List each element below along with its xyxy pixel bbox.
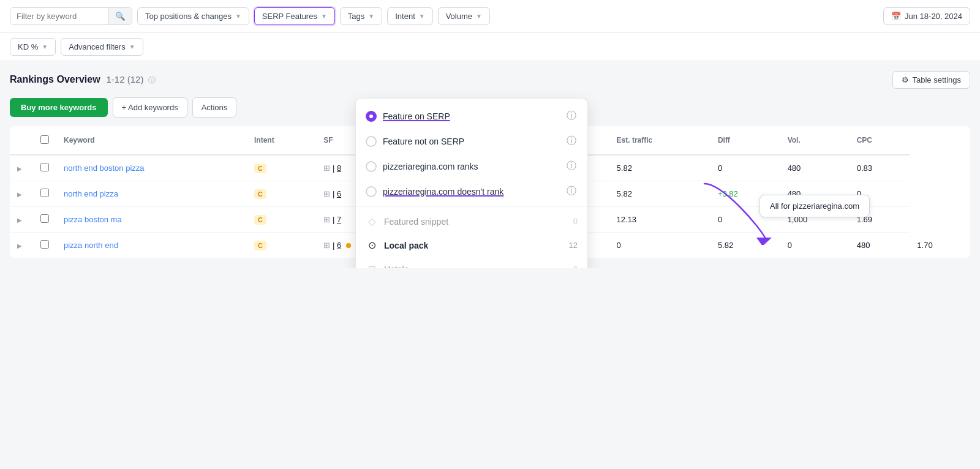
th-checkbox	[33, 126, 56, 155]
table-settings-button[interactable]: ⚙ Table settings	[892, 71, 971, 89]
main-toolbar: 🔍 Top positions & changes ▼ SERP Feature…	[0, 0, 980, 33]
row-checkbox[interactable]	[40, 163, 49, 171]
th-cpc: CPC	[850, 126, 910, 155]
th-expand	[10, 126, 33, 155]
radio-icon	[366, 161, 377, 172]
cpc-cell: 1.70	[910, 233, 970, 258]
row-expand-icon[interactable]: ▶	[17, 191, 22, 198]
select-all-checkbox[interactable]	[40, 135, 49, 144]
intent-badge: C	[254, 241, 266, 250]
chevron-down-icon: ▼	[235, 13, 241, 20]
volume-dropdown[interactable]: Volume ▼	[438, 7, 490, 25]
featured-snippet-icon: ◇	[366, 216, 378, 227]
sf-icon: ⊞	[323, 241, 330, 250]
keyword-link[interactable]: pizza boston ma	[64, 215, 122, 224]
filter-search-button[interactable]: 🔍	[108, 8, 132, 24]
date-picker-button[interactable]: 📅 Jun 18-20, 2024	[883, 7, 970, 25]
chevron-down-icon: ▼	[42, 43, 48, 50]
callout-bubble: All for pizzeriaregina.com	[760, 195, 870, 217]
serp-features-scroll[interactable]: Feature on SERP ⓘ Feature not on SERP ⓘ …	[356, 99, 587, 268]
chevron-down-icon: ▼	[129, 43, 135, 50]
radio-icon	[366, 186, 377, 197]
filter-keyword-input[interactable]	[10, 8, 108, 24]
est-traffic-cell: 5.82	[609, 181, 710, 207]
chevron-down-icon: ▼	[419, 13, 425, 20]
th-intent: Intent	[247, 126, 316, 155]
sf-value: 7	[337, 215, 341, 224]
row-expand-icon[interactable]: ▶	[17, 217, 22, 223]
local-pack-icon: ⊙	[366, 239, 378, 251]
radio-icon	[366, 136, 377, 147]
cpc-cell: 0.83	[850, 155, 910, 181]
rankings-title: Rankings Overview 1-12 (12) ⓘ	[10, 74, 156, 86]
sf-value: 8	[337, 163, 341, 173]
serp-option-feature-on[interactable]: Feature on SERP ⓘ	[356, 103, 587, 129]
sf-icon: ⊞	[323, 215, 330, 224]
serp-option-domain-doesnt-rank[interactable]: pizzeriaregina.com doesn't rank ⓘ	[356, 179, 587, 204]
top-positions-dropdown[interactable]: Top positions & changes ▼	[137, 7, 249, 25]
row-checkbox[interactable]	[40, 240, 49, 249]
info-icon: ⓘ	[565, 135, 578, 148]
diff2-cell: 0	[780, 233, 850, 258]
chevron-down-icon: ▼	[368, 13, 374, 20]
th-diff2: Diff	[710, 126, 780, 155]
secondary-toolbar: KD % ▼ Advanced filters ▼	[0, 33, 980, 61]
radio-checked-icon	[366, 111, 377, 122]
actions-button[interactable]: Actions	[192, 97, 237, 118]
intent-badge: C	[254, 215, 266, 225]
serp-option-domain-ranks[interactable]: pizzeriaregina.com ranks ⓘ	[356, 154, 587, 179]
gear-icon: ⚙	[902, 75, 909, 84]
row-expand-icon[interactable]: ▶	[17, 165, 22, 172]
keyword-link[interactable]: north end pizza	[64, 189, 118, 198]
tags-dropdown[interactable]: Tags ▼	[340, 7, 382, 25]
info-icon: ⓘ	[565, 110, 578, 122]
keyword-link[interactable]: north end boston pizza	[64, 163, 145, 173]
main-content: Rankings Overview 1-12 (12) ⓘ ⚙ Table se…	[0, 61, 980, 268]
est-traffic-cell: 5.82	[609, 155, 710, 181]
intent-badge: C	[254, 163, 266, 173]
diff1-cell: 0	[609, 233, 710, 258]
chevron-down-icon: ▼	[476, 13, 482, 20]
est-traffic-cell: 12.13	[609, 207, 710, 233]
filter-input-wrap: 🔍	[10, 7, 132, 25]
serp-features-dropdown[interactable]: SERP Features ▼	[254, 7, 335, 25]
info-icon: ⓘ	[565, 185, 578, 198]
th-keyword: Keyword	[56, 126, 247, 155]
row-checkbox[interactable]	[40, 214, 49, 223]
intent-dropdown[interactable]: Intent ▼	[387, 7, 432, 25]
sf-value: 6	[337, 189, 341, 198]
chevron-down-icon: ▼	[321, 13, 327, 20]
calendar-icon: 📅	[891, 12, 901, 21]
row-checkbox[interactable]	[40, 189, 49, 197]
dropdown-divider	[356, 206, 587, 207]
info-icon: ⓘ	[565, 160, 578, 173]
keyword-link[interactable]: pizza north end	[64, 241, 118, 250]
sf-icon: ⊞	[323, 163, 330, 173]
serp-item-local-pack[interactable]: ⊙ Local pack 12	[356, 233, 587, 257]
advanced-filters-dropdown[interactable]: Advanced filters ▼	[61, 38, 143, 56]
th-vol: Vol.	[780, 126, 850, 155]
serp-features-dropdown-menu: Feature on SERP ⓘ Feature not on SERP ⓘ …	[355, 98, 588, 268]
sf-icon: ⊞	[323, 189, 330, 198]
sf-value: 6	[337, 241, 341, 250]
info-icon: ⓘ	[148, 76, 156, 84]
vol-cell: 480	[780, 155, 850, 181]
th-est-traffic: Est. traffic	[609, 126, 710, 155]
buy-keywords-button[interactable]: Buy more keywords	[10, 98, 108, 117]
add-keywords-button[interactable]: + Add keywords	[113, 97, 187, 118]
rankings-header: Rankings Overview 1-12 (12) ⓘ ⚙ Table se…	[10, 71, 970, 89]
orange-dot	[346, 243, 351, 248]
serp-item-featured-snippet[interactable]: ◇ Featured snippet 0	[356, 209, 587, 233]
svg-marker-0	[756, 238, 772, 245]
row-expand-icon[interactable]: ▶	[17, 242, 22, 249]
serp-item-hotels[interactable]: ⊞ Hotels 0	[356, 257, 587, 268]
serp-option-feature-not[interactable]: Feature not on SERP ⓘ	[356, 129, 587, 154]
intent-badge: C	[254, 189, 266, 199]
hotels-icon: ⊞	[366, 263, 378, 268]
kd-percent-dropdown[interactable]: KD % ▼	[10, 38, 56, 56]
vol-cell: 480	[850, 233, 910, 258]
